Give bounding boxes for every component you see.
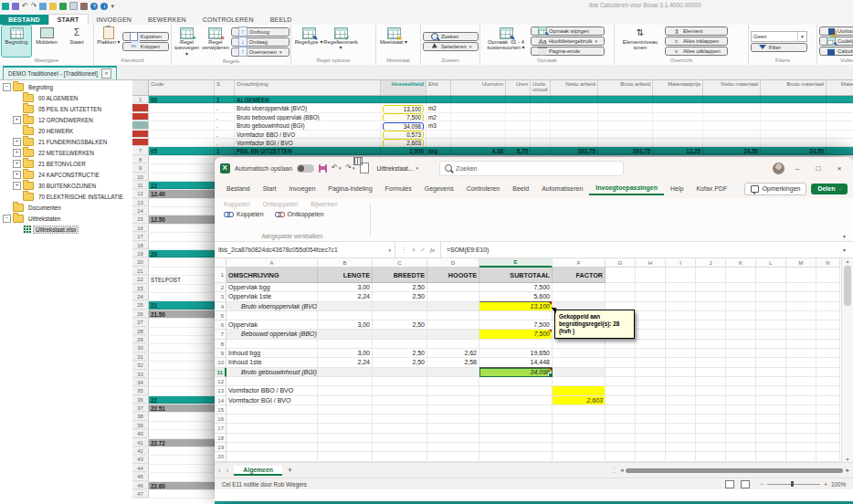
cell-s[interactable]: .	[215, 121, 235, 129]
hscroll-thumb[interactable]	[626, 468, 843, 473]
app-icon[interactable]	[2, 3, 9, 10]
cell-G16[interactable]	[606, 415, 636, 424]
cell-H19[interactable]	[636, 443, 666, 452]
row-gutter[interactable]: 42	[132, 447, 149, 455]
cell-E13[interactable]	[479, 386, 553, 395]
cell-code[interactable]	[149, 387, 215, 394]
cell-C3[interactable]: 2,50	[373, 292, 427, 301]
cell-B18[interactable]	[318, 434, 373, 443]
cell-D10[interactable]: 2,58	[427, 358, 479, 367]
cell-C10[interactable]: 2,50	[373, 358, 427, 367]
cell-G9[interactable]	[606, 349, 636, 358]
cell-L14[interactable]	[756, 396, 786, 405]
cell-na[interactable]	[551, 139, 598, 146]
plakken-button[interactable]: Plakken ▾	[96, 26, 121, 57]
zoom-in-icon[interactable]: +	[824, 481, 827, 488]
cell-s[interactable]: .	[215, 139, 235, 146]
cell-code[interactable]	[149, 456, 215, 463]
cell-hvh[interactable]: 2,000	[381, 147, 426, 154]
cell-code[interactable]	[149, 121, 215, 129]
row-gutter[interactable]: 17	[132, 233, 149, 240]
cell-C5[interactable]	[373, 311, 427, 320]
cell-K17[interactable]	[726, 424, 756, 433]
row-header-5[interactable]: 5	[215, 311, 226, 320]
grid-row[interactable]: 1001ALGEMEEN	[132, 96, 853, 104]
cell-J13[interactable]	[696, 386, 726, 395]
row-gutter[interactable]: 1	[132, 96, 149, 103]
cell-M13[interactable]	[786, 386, 816, 395]
expand-expander-icon[interactable]: +	[13, 138, 21, 146]
search-input[interactable]: Zoeken	[439, 161, 624, 176]
cell-C4[interactable]	[373, 302, 427, 311]
cell-I9[interactable]	[666, 349, 696, 358]
expand-formula-bar-icon[interactable]: ▾	[843, 247, 853, 253]
cell-code[interactable]: 05	[149, 147, 215, 154]
cell-A2[interactable]: Oppervlak bgg	[226, 283, 318, 292]
row-gutter[interactable]: 39	[132, 422, 149, 429]
select-all-corner[interactable]	[215, 258, 226, 268]
cell-uurloon[interactable]	[531, 139, 551, 146]
zoom-slider[interactable]	[767, 484, 820, 485]
cell-D19[interactable]	[427, 443, 479, 452]
cell-code[interactable]	[149, 199, 215, 206]
column-header-na[interactable]: Netto arbeid	[551, 80, 598, 95]
cell-code[interactable]	[149, 156, 215, 163]
row-gutter[interactable]	[132, 139, 149, 146]
column-header-L[interactable]: L	[756, 258, 786, 268]
add-sheet-icon[interactable]: +	[288, 466, 292, 475]
cell-I10[interactable]	[666, 358, 696, 367]
column-header-uurnorm[interactable]: Uurnorm	[451, 80, 506, 95]
cell-code[interactable]	[149, 139, 215, 146]
uurlooncode-button[interactable]: Uurlooncode	[819, 26, 853, 36]
preview-icon[interactable]	[69, 2, 78, 10]
cell-code[interactable]	[149, 173, 215, 181]
row-header-20[interactable]: 20	[215, 452, 226, 461]
row-gutter[interactable]: 14	[132, 207, 149, 215]
share-button[interactable]: Delen▾	[811, 184, 848, 194]
cell-N3[interactable]	[816, 292, 840, 301]
cell-G15[interactable]	[606, 405, 636, 415]
cell-A11[interactable]: Bruto gebouwinhoud (BGI)	[226, 368, 318, 377]
cell-bm[interactable]	[761, 131, 827, 138]
alles-inklappen-button[interactable]: «Alles inklappen	[665, 37, 728, 46]
comments-button[interactable]: Opmerkingen	[744, 183, 806, 195]
column-header-mat[interactable]: Mater	[827, 80, 853, 95]
cell-code[interactable]	[149, 293, 215, 300]
row-gutter[interactable]	[132, 121, 149, 129]
cell-uurloon[interactable]	[531, 131, 551, 138]
cell-D9[interactable]: 2,62	[427, 349, 479, 358]
cell-H10[interactable]	[636, 358, 666, 367]
meetstaat-button[interactable]: ★Meetstaat ▾	[378, 26, 409, 57]
cell-H11[interactable]	[636, 368, 666, 377]
column-header-G[interactable]: G	[606, 258, 636, 268]
cell-D7[interactable]	[427, 330, 479, 339]
cell-G20[interactable]	[606, 452, 636, 461]
column-header-I[interactable]: I	[666, 258, 696, 268]
row-header-17[interactable]: 17	[215, 424, 226, 433]
cell-hvh[interactable]: 0,573	[381, 131, 426, 138]
cell-L20[interactable]	[756, 452, 786, 461]
more-icon[interactable]: ▾	[111, 3, 114, 10]
cell-I5[interactable]	[666, 311, 696, 320]
cell-N9[interactable]	[816, 349, 840, 358]
cell-J3[interactable]	[696, 292, 726, 301]
cell-mp[interactable]	[653, 113, 703, 121]
staart-button[interactable]: ΣStaart	[62, 26, 91, 57]
cell-D1[interactable]: HOOGTE	[427, 268, 479, 283]
row-gutter[interactable]: 41	[132, 439, 149, 446]
cell-B20[interactable]	[318, 452, 373, 461]
cell-E15[interactable]	[479, 405, 553, 415]
tree-item-12-grondwerken[interactable]: +12 GRONDWERKEN	[0, 114, 132, 125]
cell-M18[interactable]	[786, 434, 816, 443]
column-header-F[interactable]: F	[553, 258, 606, 268]
opmaak-wijzigen-button[interactable]: ✎Opmaak wijzigen	[531, 26, 605, 36]
row-gutter[interactable]: 22	[132, 276, 149, 283]
cell-uurnorm[interactable]: 4,38	[451, 147, 506, 154]
cell-mp[interactable]	[653, 96, 703, 103]
excel-tab-gegevens[interactable]: Gegevens	[418, 183, 460, 194]
cell-ba[interactable]	[598, 131, 653, 138]
row-gutter[interactable]: 28	[132, 328, 149, 335]
tree-item-21-betonvloer[interactable]: +21 BETONVLOER	[0, 158, 132, 169]
cell-L19[interactable]	[756, 443, 786, 452]
expand-expander-icon[interactable]: +	[13, 160, 21, 168]
